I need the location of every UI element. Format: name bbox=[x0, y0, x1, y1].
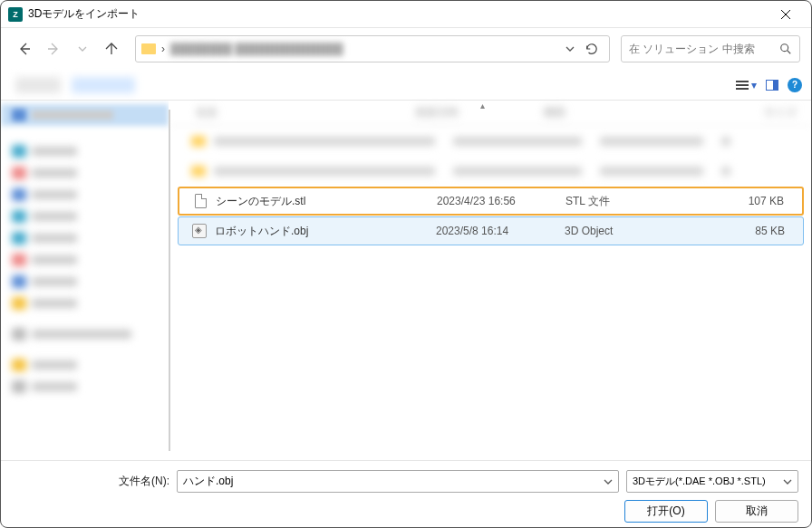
cancel-button[interactable]: 取消 bbox=[715, 500, 798, 523]
sort-indicator-icon: ▴ bbox=[480, 101, 485, 110]
search-input[interactable]: 在 ソリューション 中搜索 bbox=[621, 35, 800, 62]
filename-label: 文件名(N): bbox=[14, 474, 169, 489]
file-icon bbox=[192, 193, 208, 209]
sidebar-item[interactable] bbox=[1, 376, 169, 398]
file-row[interactable] bbox=[178, 127, 804, 156]
address-bar[interactable]: › ████████ ██████████████ bbox=[135, 35, 610, 62]
file-row[interactable] bbox=[178, 157, 804, 186]
sidebar-item[interactable] bbox=[1, 140, 169, 162]
sidebar-item[interactable] bbox=[1, 162, 169, 184]
col-type[interactable]: 種類 bbox=[544, 105, 647, 120]
sidebar-item[interactable] bbox=[1, 184, 169, 206]
file-type: STL 文件 bbox=[566, 194, 669, 209]
window-title: 3Dモデルをインポート bbox=[28, 6, 768, 22]
forward-button[interactable] bbox=[41, 36, 66, 62]
sidebar-item[interactable] bbox=[1, 293, 169, 314]
close-button[interactable] bbox=[768, 2, 804, 27]
back-button[interactable] bbox=[12, 36, 37, 62]
address-separator: › bbox=[161, 43, 165, 55]
column-headers[interactable]: 名前 更新日時 種類 サイズ bbox=[170, 101, 811, 126]
pane-icon bbox=[766, 80, 778, 91]
file-size: 85 KB bbox=[668, 225, 794, 237]
file-icon bbox=[191, 223, 208, 239]
file-row[interactable]: ロボットハンド.obj 2023/5/8 16:14 3D Object 85 … bbox=[178, 216, 804, 245]
filter-text: 3Dモデル(*.DAE *.OBJ *.STL) bbox=[633, 475, 766, 488]
file-size: 107 KB bbox=[669, 195, 793, 207]
col-name[interactable]: 名前 bbox=[196, 105, 415, 120]
sidebar-item[interactable] bbox=[1, 206, 169, 227]
app-icon: Z bbox=[8, 7, 23, 22]
folder-icon bbox=[141, 43, 156, 54]
sidebar-item[interactable] bbox=[1, 354, 169, 376]
organize-toolbar bbox=[15, 77, 736, 93]
filetype-filter[interactable]: 3Dモデル(*.DAE *.OBJ *.STL) bbox=[626, 470, 798, 493]
filename-dropdown-icon[interactable] bbox=[604, 477, 613, 486]
file-row[interactable]: シーンのモデル.stl 2023/4/23 16:56 STL 文件 107 K… bbox=[178, 187, 804, 216]
col-date[interactable]: 更新日時 bbox=[415, 105, 544, 120]
file-date: 2023/5/8 16:14 bbox=[436, 225, 565, 237]
nav-sidebar bbox=[1, 101, 169, 460]
file-name: ロボットハンド.obj bbox=[215, 224, 436, 239]
help-button[interactable]: ? bbox=[788, 78, 802, 92]
sidebar-item[interactable] bbox=[1, 323, 169, 345]
recent-dropdown[interactable] bbox=[70, 36, 95, 62]
col-size[interactable]: サイズ bbox=[647, 105, 797, 120]
file-date: 2023/4/23 16:56 bbox=[437, 195, 566, 207]
sidebar-item[interactable] bbox=[1, 271, 169, 293]
address-chevron-icon[interactable] bbox=[566, 44, 575, 53]
file-name: シーンのモデル.stl bbox=[216, 194, 437, 209]
sidebar-item[interactable] bbox=[1, 104, 169, 126]
filename-value: ハンド.obj bbox=[183, 474, 233, 489]
file-type: 3D Object bbox=[565, 225, 668, 237]
view-mode-button[interactable]: ▾ bbox=[736, 79, 757, 91]
search-icon bbox=[779, 43, 792, 55]
filename-input[interactable]: ハンド.obj bbox=[177, 470, 619, 493]
sidebar-item[interactable] bbox=[1, 249, 169, 271]
open-button[interactable]: 打开(O) bbox=[624, 500, 708, 523]
filter-chevron-icon bbox=[783, 477, 792, 486]
list-icon bbox=[736, 81, 749, 90]
sidebar-item[interactable] bbox=[1, 227, 169, 249]
refresh-button[interactable] bbox=[585, 43, 598, 55]
up-button[interactable] bbox=[99, 36, 124, 62]
preview-pane-button[interactable] bbox=[766, 80, 778, 91]
search-placeholder: 在 ソリューション 中搜索 bbox=[629, 42, 755, 57]
address-path: ████████ ██████████████ bbox=[170, 43, 560, 55]
svg-point-0 bbox=[781, 44, 788, 52]
